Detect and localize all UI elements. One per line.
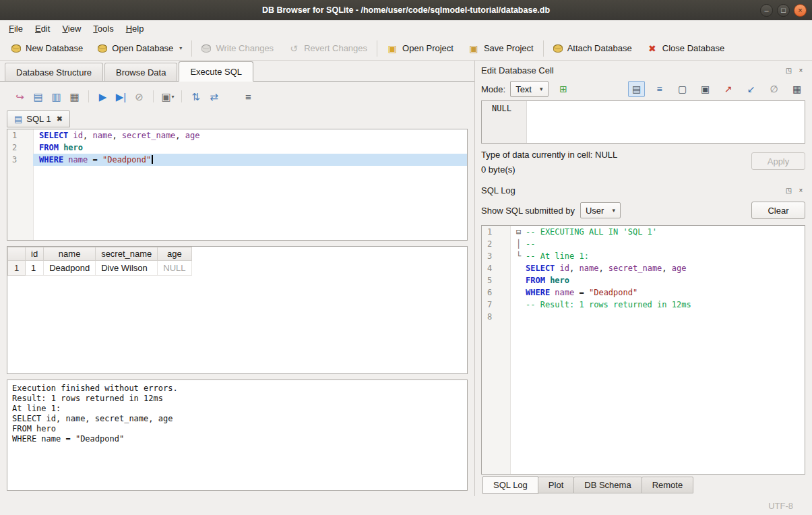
token: = — [574, 288, 589, 297]
execute-all-button[interactable]: ▶ — [94, 88, 112, 104]
float-dock-button[interactable]: ◳ — [784, 66, 793, 75]
column-header-age[interactable]: age — [158, 247, 191, 261]
code-text: SELECT id, name, secret_name, age — [33, 129, 467, 142]
code-line: 3└-- At line 1: — [482, 250, 805, 262]
cell-secret_name[interactable]: Dive Wilson — [96, 261, 158, 276]
fold-marker[interactable]: ⊟ — [516, 226, 526, 238]
close-database-button[interactable]: ✖Close Database — [639, 39, 732, 58]
menu-edit[interactable]: Edit — [29, 22, 56, 36]
float-dock-button[interactable]: ◳ — [784, 186, 793, 195]
tab-browse-data[interactable]: Browse Data — [104, 63, 177, 81]
open-database-button-label: Open Database — [112, 43, 173, 53]
token — [68, 131, 73, 140]
column-header-name[interactable]: name — [44, 247, 96, 261]
dropdown-arrow-icon[interactable]: ▾ — [179, 45, 182, 51]
open-sql-file-button[interactable]: ↪ — [11, 88, 29, 104]
results-table: idnamesecret_nameage11DeadpondDive Wilso… — [7, 247, 192, 276]
new-database-button[interactable]: New Database — [4, 39, 90, 58]
menu-tools[interactable]: Tools — [87, 22, 119, 36]
execute-current-line-button[interactable]: ▶| — [112, 88, 130, 104]
word-wrap-icon: ≡ — [654, 84, 665, 94]
sql-log-title: SQL Log — [481, 185, 516, 195]
save-as-button[interactable]: ▣ — [697, 81, 714, 97]
titlebar[interactable]: DB Browser for SQLite - /home/user/code/… — [0, 0, 812, 20]
sql-log-view[interactable]: 1⊟-- EXECUTING ALL IN 'SQL 1'2│--3└-- At… — [481, 225, 805, 475]
code-text: -- Result: 1 rows returned in 12ms — [510, 299, 805, 311]
format-sql-button[interactable]: ⇄ — [205, 88, 223, 104]
cell-id[interactable]: 1 — [26, 261, 44, 276]
open-database-icon — [98, 44, 107, 53]
attach-database-button[interactable]: Attach Database — [546, 39, 639, 58]
revert-changes-button: ↺Revert Changes — [281, 39, 375, 58]
export-button[interactable]: ↗ — [720, 81, 737, 97]
close-tab-icon[interactable]: ✖ — [57, 115, 63, 123]
fold-marker[interactable]: └ — [516, 250, 526, 262]
token: id — [73, 131, 83, 140]
tab-database-structure[interactable]: Database Structure — [5, 63, 103, 81]
copy-button[interactable]: ▢ — [674, 81, 691, 97]
close-database-icon: ✖ — [647, 44, 658, 53]
close-dock-button[interactable]: × — [797, 186, 805, 195]
save-sql-as-button[interactable]: ▥ — [47, 88, 65, 104]
save-sql-file-button[interactable]: ▤ — [29, 88, 47, 104]
save-sql-as-icon: ▥ — [51, 92, 62, 102]
clear-log-button[interactable]: Clear — [751, 202, 805, 219]
cell-name[interactable]: Deadpond — [44, 261, 96, 276]
column-header-secret_name[interactable]: secret_name — [96, 247, 158, 261]
column-header-id[interactable]: id — [26, 247, 44, 261]
open-project-button[interactable]: ▣Open Project — [379, 39, 461, 58]
code-text: WHERE name = "Deadpond" — [510, 286, 805, 299]
import-button[interactable]: ↙ — [743, 81, 759, 97]
stop-execution-button[interactable]: ⊘ — [130, 88, 148, 104]
close-button[interactable]: × — [794, 4, 807, 17]
open-database-button[interactable]: Open Database▾ — [90, 39, 189, 58]
word-wrap-button[interactable]: ≡ — [239, 88, 257, 104]
menu-file[interactable]: File — [3, 22, 29, 36]
line-number: 2 — [7, 142, 33, 154]
open-sql-file-icon: ↪ — [15, 92, 26, 102]
export-results-button[interactable]: ⇅ — [187, 88, 205, 104]
token: WHERE — [39, 155, 63, 164]
edit-cell-header: Edit Database Cell ◳× — [481, 63, 805, 78]
fold-marker[interactable]: │ — [516, 238, 526, 250]
print-sql-button[interactable]: ▦ — [65, 88, 84, 104]
dock-tab-remote[interactable]: Remote — [642, 477, 694, 493]
minimize-button[interactable]: – — [760, 4, 773, 17]
open-in-new-tab-button[interactable]: ▣▾ — [158, 88, 177, 104]
word-wrap-button[interactable]: ≡ — [651, 81, 668, 97]
set-null-button[interactable]: ∅ — [766, 81, 782, 97]
token: secret_name — [122, 131, 175, 140]
submitter-selected-value: User — [586, 206, 604, 216]
text-view-button[interactable]: ▤ — [628, 81, 645, 97]
token: SELECT — [39, 131, 68, 140]
tab-execute-sql[interactable]: Execute SQL — [179, 61, 253, 82]
token: SELECT — [526, 264, 555, 273]
print-cell-button[interactable]: ▦ — [788, 81, 805, 97]
main-toolbar: New DatabaseOpen Database▾Write Changes↺… — [0, 36, 812, 61]
mode-label: Mode: — [481, 84, 505, 94]
code-line: 1SELECT id, name, secret_name, age — [7, 129, 467, 142]
token: , — [598, 264, 608, 273]
save-as-icon: ▣ — [700, 84, 711, 94]
menu-view[interactable]: View — [56, 22, 87, 36]
maximize-button[interactable]: □ — [777, 4, 790, 17]
cell-editor[interactable]: NULL — [481, 100, 805, 144]
toolbar-separator — [153, 90, 154, 102]
cell-content: NULL — [492, 104, 511, 113]
mode-select[interactable]: Text ▾ — [510, 81, 548, 97]
token: , — [112, 131, 121, 140]
submitter-select[interactable]: User ▾ — [580, 202, 621, 218]
sql-tab[interactable]: ▤ SQL 1 ✖ — [7, 110, 70, 127]
import-from-file-button[interactable]: ⊞ — [555, 81, 572, 97]
dock-tab-sql-log[interactable]: SQL Log — [482, 476, 538, 494]
cell-age[interactable]: NULL — [158, 261, 191, 276]
dock-tab-plot[interactable]: Plot — [538, 477, 574, 493]
menu-help[interactable]: Help — [120, 22, 150, 36]
dock-tab-db-schema[interactable]: DB Schema — [573, 477, 642, 493]
sql-editor[interactable]: 1SELECT id, name, secret_name, age2FROM … — [7, 129, 468, 241]
token: name — [93, 131, 113, 140]
toolbar-separator — [377, 40, 377, 57]
word-wrap-icon: ≡ — [243, 92, 254, 102]
close-dock-button[interactable]: × — [797, 66, 805, 75]
save-project-button[interactable]: ▣Save Project — [461, 39, 541, 58]
